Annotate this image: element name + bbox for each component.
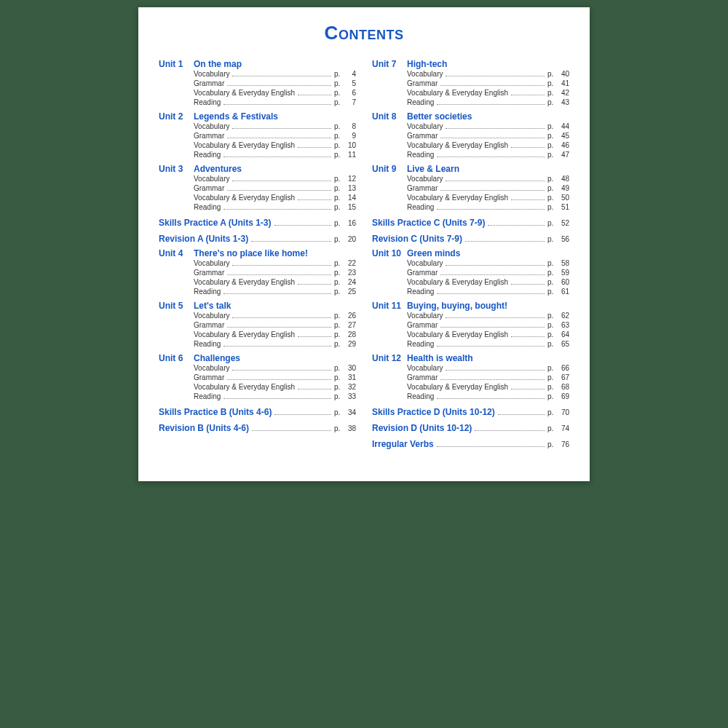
page-number: 28 [343, 331, 356, 339]
toc-special: Skills Practice D (Units 10-12)p.70 [372, 407, 569, 417]
unit-title: Let's talk [194, 301, 356, 311]
subitem-label: Grammar [407, 321, 438, 329]
subitem-label: Vocabulary & Everyday English [407, 383, 508, 391]
page-number: 64 [556, 331, 569, 339]
toc-subitem: Vocabulary & Everyday Englishp.68 [372, 382, 569, 392]
leader-dots [223, 293, 331, 294]
toc-unit: Unit 10Green mindsVocabularyp.58Grammarp… [372, 248, 569, 296]
special-label: Skills Practice D (Units 10-12) [372, 407, 495, 417]
page-prefix: p. [547, 288, 556, 296]
page-prefix: p. [334, 288, 343, 296]
column-left: Unit 1On the mapVocabularyp.4Grammarp.5V… [159, 55, 356, 452]
page-prefix: p. [547, 89, 556, 97]
subitem-label: Vocabulary & Everyday English [407, 278, 508, 286]
page-number: 50 [556, 194, 569, 202]
leader-dots [437, 104, 545, 105]
page-number: 70 [556, 408, 569, 416]
leader-dots [251, 241, 331, 242]
page-prefix: p. [334, 141, 343, 149]
page-prefix: p. [334, 235, 343, 243]
toc-subitem: Grammarp.41 [372, 79, 569, 88]
page-prefix: p. [547, 141, 556, 149]
leader-dots [274, 414, 331, 415]
page-prefix: p. [334, 151, 343, 159]
toc-subitem: Vocabulary & Everyday Englishp.6 [159, 88, 356, 98]
subitem-label: Vocabulary & Everyday English [407, 194, 508, 202]
page-prefix: p. [334, 331, 343, 339]
subitem-label: Vocabulary & Everyday English [407, 89, 508, 97]
unit-header: Unit 8Better societies [372, 111, 569, 122]
subitem-label: Reading [194, 340, 221, 348]
toc-subitem: Vocabularyp.58 [372, 258, 569, 268]
unit-header: Unit 2Legends & Festivals [159, 111, 356, 122]
toc-special: Skills Practice B (Units 4-6)p.34 [159, 407, 356, 417]
toc-subitem: Vocabularyp.26 [159, 311, 356, 320]
page-number: 25 [343, 288, 356, 296]
toc-subitem: Grammarp.9 [159, 131, 356, 141]
subitem-label: Vocabulary & Everyday English [194, 194, 295, 202]
toc-subitem: Vocabulary & Everyday Englishp.64 [372, 330, 569, 339]
unit-title: There's no place like home! [194, 248, 356, 258]
page-prefix: p. [547, 331, 556, 339]
subitem-label: Grammar [194, 373, 224, 381]
subitem-label: Vocabulary [194, 70, 229, 78]
toc-subitem: Vocabularyp.66 [372, 363, 569, 373]
toc-subitem: Vocabularyp.30 [159, 363, 356, 373]
leader-dots [232, 265, 331, 266]
leader-dots [227, 274, 331, 275]
toc-subitem: Grammarp.49 [372, 183, 569, 193]
subitem-label: Grammar [194, 269, 224, 277]
page-number: 60 [556, 278, 569, 286]
leader-dots [465, 241, 545, 242]
leader-dots [298, 389, 331, 389]
leader-dots [446, 370, 545, 371]
leader-dots [511, 147, 545, 148]
subitem-label: Grammar [407, 184, 438, 192]
page-prefix: p. [334, 408, 343, 416]
special-label: Revision D (Units 10-12) [372, 423, 472, 433]
toc-special: Skills Practice C (Units 7-9)p.52 [372, 218, 569, 228]
unit-label: Unit 1 [159, 59, 194, 69]
toc-subitem: Vocabulary & Everyday Englishp.46 [372, 141, 569, 150]
page-prefix: p. [334, 364, 343, 372]
page-number: 32 [343, 383, 356, 391]
page-number: 27 [343, 321, 356, 329]
leader-dots [511, 336, 545, 337]
toc-subitem: Readingp.25 [159, 287, 356, 296]
subitem-label: Vocabulary [194, 259, 229, 267]
leader-dots [437, 293, 545, 294]
leader-dots [498, 414, 545, 415]
page-number: 44 [556, 122, 569, 130]
toc-subitem: Readingp.33 [159, 392, 356, 401]
leader-dots [440, 190, 545, 191]
page-title: Contents [159, 22, 569, 44]
page-prefix: p. [547, 364, 556, 372]
leader-dots [440, 274, 545, 275]
page-prefix: p. [334, 383, 343, 391]
page-prefix: p. [547, 259, 556, 267]
leader-dots [488, 225, 545, 226]
unit-title: Legends & Festivals [194, 111, 356, 122]
page-number: 16 [343, 219, 356, 227]
page-number: 13 [343, 184, 356, 192]
page-prefix: p. [547, 70, 556, 78]
subitem-label: Grammar [194, 184, 224, 192]
toc-subitem: Vocabularyp.62 [372, 311, 569, 320]
page-number: 4 [343, 70, 356, 78]
unit-label: Unit 5 [159, 301, 194, 311]
toc-subitem: Readingp.51 [372, 202, 569, 212]
leader-dots [437, 157, 545, 157]
page-prefix: p. [334, 269, 343, 277]
page-number: 58 [556, 259, 569, 267]
toc-unit: Unit 7High-techVocabularyp.40Grammarp.41… [372, 59, 569, 107]
page-prefix: p. [547, 312, 556, 320]
leader-dots [475, 430, 545, 431]
page-prefix: p. [547, 321, 556, 329]
page-prefix: p. [334, 132, 343, 140]
page-number: 10 [343, 141, 356, 149]
subitem-label: Grammar [407, 132, 438, 140]
leader-dots [223, 157, 331, 157]
subitem-label: Reading [407, 203, 434, 211]
columns-container: Unit 1On the mapVocabularyp.4Grammarp.5V… [159, 55, 569, 452]
subitem-label: Vocabulary [407, 259, 443, 267]
